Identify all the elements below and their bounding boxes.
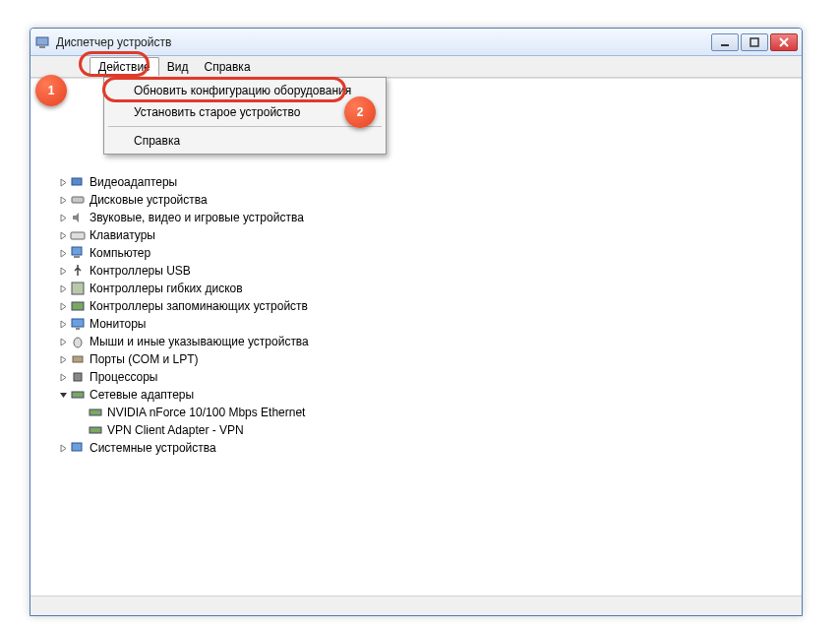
storage-controller-icon <box>70 298 86 314</box>
tree-label: Контроллеры USB <box>90 264 191 278</box>
expander-icon[interactable] <box>56 320 70 329</box>
expander-icon[interactable] <box>56 178 70 187</box>
svg-rect-21 <box>72 443 82 451</box>
tree-label: VPN Client Adapter - VPN <box>107 423 244 437</box>
network-adapter-icon <box>88 422 103 438</box>
tree-label: Мыши и иные указывающие устройства <box>90 335 309 348</box>
menu-refresh-hardware[interactable]: Обновить конфигурацию оборудования <box>106 80 384 101</box>
tree-category-network[interactable]: Сетевые адаптеры <box>56 386 802 404</box>
device-tree-pane: Видеоадаптеры Дисковые устройства Звуков… <box>30 78 802 596</box>
svg-rect-13 <box>72 319 84 327</box>
expander-icon[interactable] <box>56 196 70 205</box>
tree-category[interactable]: Дисковые устройства <box>56 191 802 209</box>
menu-view[interactable]: Вид <box>159 58 197 76</box>
svg-rect-12 <box>72 302 84 310</box>
svg-rect-10 <box>74 256 80 258</box>
maximize-button[interactable] <box>741 33 768 51</box>
tree-label: Мониторы <box>90 317 146 331</box>
titlebar: Диспетчер устройств <box>30 29 802 56</box>
expander-icon[interactable] <box>56 355 70 364</box>
minimize-button[interactable] <box>711 33 739 51</box>
port-icon <box>70 351 86 367</box>
tree-label: Процессоры <box>90 370 158 384</box>
tree-category[interactable]: Системные устройства <box>56 439 802 457</box>
display-adapter-icon <box>70 174 86 190</box>
disk-icon <box>70 192 86 208</box>
tree-category[interactable]: Контроллеры гибких дисков <box>56 280 802 297</box>
svg-rect-18 <box>72 392 84 398</box>
app-icon <box>34 34 50 50</box>
close-button[interactable] <box>770 33 798 51</box>
tree-category[interactable]: Звуковые, видео и игровые устройства <box>56 209 802 226</box>
tree-category[interactable]: Контроллеры USB <box>56 262 802 280</box>
svg-rect-1 <box>39 46 45 48</box>
processor-icon <box>70 369 86 385</box>
svg-rect-6 <box>72 178 82 185</box>
svg-rect-19 <box>90 409 101 415</box>
svg-rect-3 <box>750 38 758 46</box>
tree-label: Видеоадаптеры <box>90 175 177 189</box>
annotation-callout-2: 2 <box>344 96 376 128</box>
tree-device[interactable]: VPN Client Adapter - VPN <box>74 421 802 439</box>
network-adapter-icon <box>88 405 103 420</box>
svg-rect-0 <box>36 37 48 45</box>
tree-category[interactable]: Контроллеры запоминающих устройств <box>56 297 802 315</box>
expander-icon[interactable] <box>56 249 70 258</box>
expander-icon[interactable] <box>56 284 70 293</box>
tree-label: Системные устройства <box>90 441 216 455</box>
svg-rect-9 <box>72 247 82 255</box>
svg-rect-20 <box>90 427 101 433</box>
floppy-controller-icon <box>70 281 86 296</box>
computer-icon <box>70 245 86 261</box>
svg-rect-16 <box>73 356 83 362</box>
menu-dropdown-help[interactable]: Справка <box>106 130 384 152</box>
statusbar <box>30 596 802 615</box>
tree-label: Дисковые устройства <box>90 193 208 207</box>
tree-category[interactable]: Клавиатуры <box>56 226 802 244</box>
tree-category[interactable]: Компьютер <box>56 244 802 262</box>
system-devices-icon <box>70 440 86 456</box>
expander-icon[interactable] <box>56 302 70 311</box>
svg-rect-11 <box>72 283 84 294</box>
tree-label: Клавиатуры <box>90 228 155 242</box>
tree-label: Контроллеры гибких дисков <box>90 282 243 295</box>
svg-point-15 <box>74 338 82 347</box>
menubar: Действие Вид Справка <box>30 56 802 78</box>
expander-icon[interactable] <box>56 373 70 382</box>
svg-rect-17 <box>74 373 82 381</box>
expander-open-icon[interactable] <box>56 391 70 400</box>
window-title: Диспетчер устройств <box>56 35 711 49</box>
usb-icon <box>70 263 86 279</box>
expander-icon[interactable] <box>56 214 70 222</box>
svg-rect-7 <box>72 197 84 203</box>
menu-help[interactable]: Справка <box>196 58 258 76</box>
tree-category[interactable]: Видеоадаптеры <box>56 173 802 191</box>
tree-label: NVIDIA nForce 10/100 Mbps Ethernet <box>107 406 305 419</box>
svg-rect-14 <box>76 328 80 330</box>
mouse-icon <box>70 334 86 349</box>
tree-label: Звуковые, видео и игровые устройства <box>90 211 304 224</box>
tree-device[interactable]: NVIDIA nForce 10/100 Mbps Ethernet <box>74 404 802 421</box>
keyboard-icon <box>70 227 86 243</box>
tree-category[interactable]: Мониторы <box>56 315 802 333</box>
tree-label: Контроллеры запоминающих устройств <box>90 299 308 313</box>
tree-category[interactable]: Процессоры <box>56 368 802 386</box>
network-adapter-icon <box>70 387 86 403</box>
expander-icon[interactable] <box>56 267 70 276</box>
tree-category[interactable]: Порты (COM и LPT) <box>56 350 802 368</box>
sound-icon <box>70 210 86 225</box>
tree-label: Порты (COM и LPT) <box>90 352 199 366</box>
expander-icon[interactable] <box>56 444 70 453</box>
expander-icon[interactable] <box>56 231 70 240</box>
menu-action[interactable]: Действие <box>90 57 159 76</box>
menu-add-legacy-hardware[interactable]: Установить старое устройство <box>106 101 384 123</box>
tree-label: Компьютер <box>90 246 150 260</box>
tree-category[interactable]: Мыши и иные указывающие устройства <box>56 333 802 350</box>
expander-icon[interactable] <box>56 338 70 346</box>
menu-separator <box>108 126 382 127</box>
tree-label: Сетевые адаптеры <box>90 388 194 402</box>
monitor-icon <box>70 316 86 332</box>
annotation-callout-1: 1 <box>35 75 67 106</box>
svg-rect-8 <box>71 232 85 239</box>
